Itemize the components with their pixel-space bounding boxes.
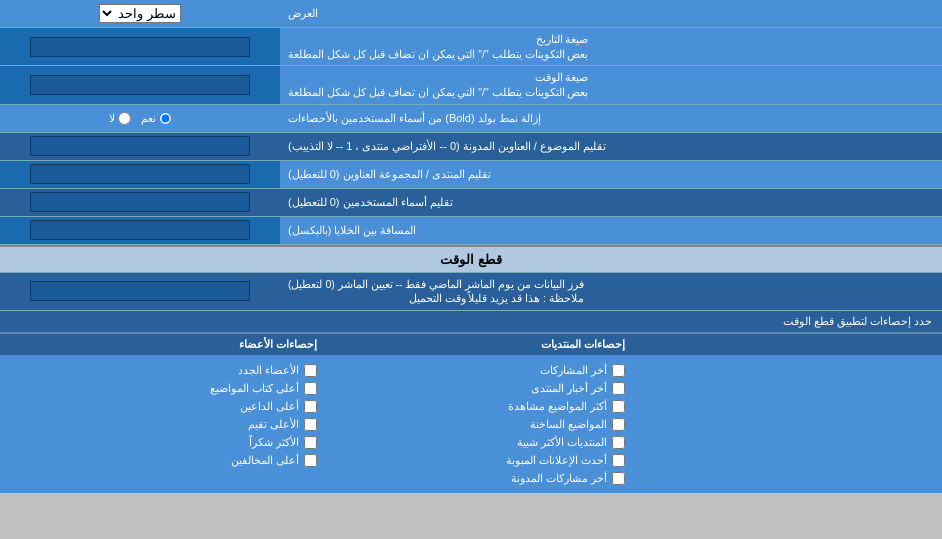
topic-trim-input[interactable]: 33 [30,136,250,156]
username-trim-input[interactable]: 0 [30,192,250,212]
checkbox-item-new-members[interactable]: الأعضاء الجدد [10,364,317,377]
stats-col-header-2: إحصاءات المنتديات [317,338,624,351]
checkbox-item-last-posts[interactable]: أخر المشاركات [317,364,624,377]
forum-trim-input-cell[interactable]: 33 [0,161,280,188]
radio-yes[interactable] [159,112,172,125]
cell-spacing-label: المسافة بين الخلايا (بالبكسل) [280,217,942,244]
topic-trim-label: تقليم الموضوع / العناوين المدونة (0 -- ا… [280,133,942,160]
date-format-input-cell[interactable]: d-m [0,28,280,65]
radio-no[interactable] [118,112,131,125]
checkbox-new-members[interactable] [304,364,317,377]
stats-header-bar: حدد إحصاءات لتطبيق قطع الوقت [0,311,942,333]
checkbox-item-recent-classifieds[interactable]: أحدث الإعلانات المبوبة [317,454,624,467]
cell-spacing-input[interactable]: 2 [30,220,250,240]
radio-no-label[interactable]: لا [109,112,131,125]
stats-col-header-3: إحصاءات الأعضاء [10,338,317,351]
time-cutoff-input-cell[interactable]: 0 [0,273,280,310]
header-row: العرض سطر واحدسطرينثلاثة أسطر [0,0,942,28]
checkbox-top-writers[interactable] [304,382,317,395]
forum-trim-label: تقليم المنتدى / المجموعة العناوين (0 للت… [280,161,942,188]
stats-col-header-1 [625,338,932,351]
checkbox-item-top-writers[interactable]: أعلى كتاب المواضيع [10,382,317,395]
topic-trim-input-cell[interactable]: 33 [0,133,280,160]
checkbox-item-most-thanked[interactable]: الأكثر شكراً [10,436,317,449]
bold-remove-radio-cell[interactable]: نعم لا [0,105,280,132]
date-format-label: صيغة التاريخ بعض التكوينات يتطلب "/" الت… [280,28,942,65]
stats-checkboxes: أخر المشاركات أخر أخبار المنتدى أكثر الم… [0,356,942,493]
checkbox-item-similar-forums[interactable]: المنتديات الأكثر شبية [317,436,624,449]
header-title: العرض [288,6,318,21]
username-trim-row: تقليم أسماء المستخدمين (0 للتعطيل) 0 [0,189,942,217]
checkbox-top-violations[interactable] [304,454,317,467]
stats-col-members: الأعضاء الجدد أعلى كتاب المواضيع أعلى ال… [10,364,317,485]
checkbox-last-posts[interactable] [612,364,625,377]
checkbox-top-inviters[interactable] [304,400,317,413]
time-cutoff-label: فرز البيانات من يوم الماشر الماضي فقط --… [280,273,942,310]
time-section-header: قطع الوقت [0,245,942,273]
username-trim-input-cell[interactable]: 0 [0,189,280,216]
checkbox-item-top-inviters[interactable]: أعلى الداعين [10,400,317,413]
time-format-input-cell[interactable]: H:i [0,66,280,103]
display-select[interactable]: سطر واحدسطرينثلاثة أسطر [99,4,181,23]
stats-area: حدد إحصاءات لتطبيق قطع الوقت إحصاءات الم… [0,311,942,493]
checkbox-blog-posts[interactable] [612,472,625,485]
checkbox-item-top-violations[interactable]: أعلى المخالفين [10,454,317,467]
checkbox-item-blog-posts[interactable]: أخر مشاركات المدونة [317,472,624,485]
radio-yes-label[interactable]: نعم [141,112,172,125]
date-format-input[interactable]: d-m [30,37,250,57]
header-label: العرض [280,0,942,27]
main-container: العرض سطر واحدسطرينثلاثة أسطر صيغة التار… [0,0,942,493]
checkbox-item-hot-topics[interactable]: المواضيع الساخنة [317,418,624,431]
checkbox-hot-topics[interactable] [612,418,625,431]
username-trim-label: تقليم أسماء المستخدمين (0 للتعطيل) [280,189,942,216]
cell-spacing-input-cell[interactable]: 2 [0,217,280,244]
forum-trim-row: تقليم المنتدى / المجموعة العناوين (0 للت… [0,161,942,189]
checkbox-most-viewed[interactable] [612,400,625,413]
time-cutoff-row: فرز البيانات من يوم الماشر الماضي فقط --… [0,273,942,311]
checkbox-similar-forums[interactable] [612,436,625,449]
checkbox-item-most-viewed[interactable]: أكثر المواضيع مشاهدة [317,400,624,413]
checkbox-top-rated[interactable] [304,418,317,431]
checkbox-most-thanked[interactable] [304,436,317,449]
stats-col-forums: أخر المشاركات أخر أخبار المنتدى أكثر الم… [317,364,624,485]
stats-col-empty [625,364,932,485]
forum-trim-input[interactable]: 33 [30,164,250,184]
stats-col-headers: إحصاءات المنتديات إحصاءات الأعضاء [0,333,942,356]
time-format-label: صيغة الوقت بعض التكوينات يتطلب "/" التي … [280,66,942,103]
topic-trim-row: تقليم الموضوع / العناوين المدونة (0 -- ا… [0,133,942,161]
checkbox-item-forum-news[interactable]: أخر أخبار المنتدى [317,382,624,395]
select-cell[interactable]: سطر واحدسطرينثلاثة أسطر [0,0,280,27]
date-format-row: صيغة التاريخ بعض التكوينات يتطلب "/" الت… [0,28,942,66]
bold-remove-row: إزالة نمط بولد (Bold) من أسماء المستخدمي… [0,105,942,133]
stats-apply-label: حدد إحصاءات لتطبيق قطع الوقت [10,315,932,328]
checkbox-item-top-rated[interactable]: الأعلى تقيم [10,418,317,431]
cell-spacing-row: المسافة بين الخلايا (بالبكسل) 2 [0,217,942,245]
time-cutoff-input[interactable]: 0 [30,281,250,301]
checkbox-recent-classifieds[interactable] [612,454,625,467]
bold-remove-label: إزالة نمط بولد (Bold) من أسماء المستخدمي… [280,105,942,132]
time-format-input[interactable]: H:i [30,75,250,95]
checkbox-forum-news[interactable] [612,382,625,395]
time-format-row: صيغة الوقت بعض التكوينات يتطلب "/" التي … [0,66,942,104]
